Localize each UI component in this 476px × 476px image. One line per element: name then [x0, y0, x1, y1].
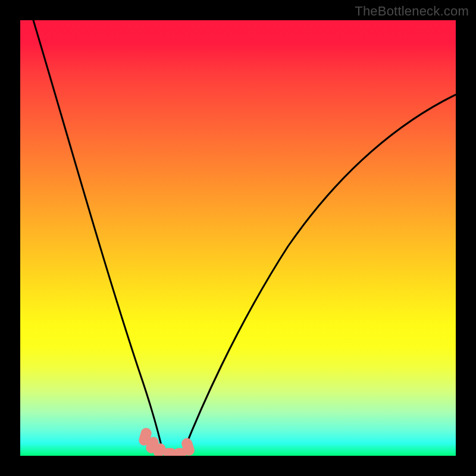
curve-right-branch: [183, 95, 456, 453]
watermark-text: TheBottleneck.com: [355, 4, 469, 19]
chart-curves-svg: [20, 20, 456, 456]
chart-plot-area: [20, 20, 456, 456]
curve-left-branch: [33, 20, 163, 453]
chart-frame: TheBottleneck.com: [0, 0, 476, 476]
floor-markers-group: [137, 427, 196, 456]
